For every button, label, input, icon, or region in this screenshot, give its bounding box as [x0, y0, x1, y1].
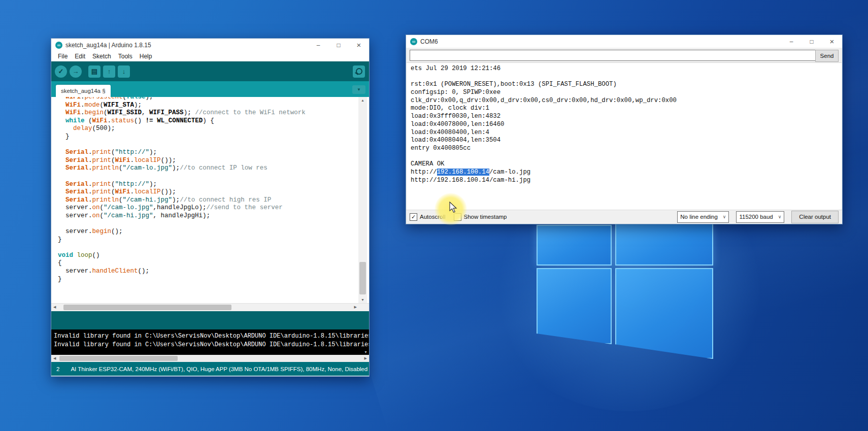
tab-list-button[interactable]: ▼	[352, 85, 365, 94]
windows-logo-pane	[615, 223, 713, 266]
ide-status-band	[51, 311, 369, 329]
text-line: Serial.print("http://");	[58, 149, 358, 157]
text-line: server.begin();	[58, 228, 358, 236]
serial-minimize-button[interactable]: –	[781, 35, 802, 48]
console-output: Invalid library found in C:\Users\Servis…	[54, 332, 362, 349]
console-horizontal-scrollbar[interactable]: ◀ ▶	[51, 355, 369, 362]
scroll-left-icon[interactable]: ◀	[53, 305, 56, 309]
open-button[interactable]: ↑	[103, 65, 115, 78]
text-line: delay(500);	[58, 125, 358, 133]
serial-titlebar[interactable]: ∞ COM6 – □ ×	[406, 35, 842, 48]
text-line: WiFi.persistent(false);	[58, 97, 358, 102]
new-sketch-icon: ▤	[91, 68, 97, 75]
text-line	[411, 73, 677, 81]
menu-tools[interactable]: Tools	[115, 53, 136, 60]
serial-send-row: Send	[406, 48, 842, 62]
scroll-left-icon[interactable]: ◀	[53, 356, 56, 360]
arduino-ide-window: ∞ sketch_aug14a | Arduino 1.8.15 – □ × F…	[51, 38, 370, 377]
upload-button[interactable]: →	[70, 65, 82, 78]
serial-monitor-window: ∞ COM6 – □ × Send ets Jul 29 2019 12:21:…	[406, 35, 843, 224]
text-line: {	[58, 259, 358, 268]
sketch-tab[interactable]: sketch_aug14a §	[56, 85, 111, 97]
chevron-down-icon: ∨	[778, 214, 782, 219]
text-line: Serial.print(WiFi.localIP());	[58, 157, 358, 165]
scroll-up-icon[interactable]: ▲	[358, 98, 367, 102]
editor-hscroll-thumb[interactable]	[63, 305, 231, 310]
serial-output-area[interactable]: ets Jul 29 2019 12:21:46 rst:0x1 (POWERO…	[407, 62, 842, 210]
arduino-app-icon: ∞	[410, 38, 417, 45]
console-hscroll-thumb[interactable]	[59, 356, 178, 361]
text-line: }	[58, 276, 358, 284]
editor-vscroll-thumb[interactable]	[359, 262, 366, 294]
text-line	[58, 173, 358, 181]
baud-rate-select[interactable]: 115200 baud ∨	[736, 211, 784, 223]
save-button[interactable]: ↓	[118, 65, 130, 78]
text-line: load:0x40080400,len:4	[411, 129, 677, 137]
ide-tabbar: sketch_aug14a § ▼	[51, 81, 369, 97]
editor-vertical-scrollbar[interactable]: ▲ ▼	[358, 97, 367, 303]
text-line: while (WiFi.status() != WL_CONNECTED) {	[58, 117, 358, 125]
menu-edit[interactable]: Edit	[71, 53, 89, 60]
clear-output-button[interactable]: Clear output	[791, 211, 839, 223]
menu-sketch[interactable]: Sketch	[89, 53, 115, 60]
ide-statusbar: 2 AI Thinker ESP32-CAM, 240MHz (WiFi/BT)…	[51, 362, 369, 376]
ide-close-button[interactable]: ×	[349, 39, 369, 51]
ide-toolbar: ✓ → ▤ ↑ ↓	[51, 61, 369, 81]
verify-button[interactable]: ✓	[55, 65, 67, 78]
autoscroll-checkbox[interactable]: ✓	[410, 213, 417, 221]
text-line: http://192.168.100.14/cam-lo.jpg	[411, 169, 677, 177]
cursor-line-number: 2	[56, 366, 59, 372]
text-line: server.on("/cam-hi.jpg", handleJpgHi);	[58, 212, 358, 220]
text-line	[58, 220, 358, 228]
open-icon: ↑	[108, 68, 111, 75]
ide-maximize-button[interactable]: □	[328, 39, 349, 51]
text-line: load:0x40080404,len:3504	[411, 137, 677, 145]
windows-logo-pane	[537, 268, 612, 344]
ide-titlebar[interactable]: ∞ sketch_aug14a | Arduino 1.8.15 – □ ×	[51, 39, 369, 51]
screen: ∞ sketch_aug14a | Arduino 1.8.15 – □ × F…	[0, 0, 868, 431]
text-line: http://192.168.100.14/cam-hi.jpg	[411, 177, 677, 185]
text-line	[411, 153, 677, 161]
scroll-right-icon[interactable]: ▶	[364, 356, 367, 360]
serial-input[interactable]	[410, 50, 817, 61]
text-line: Invalid library found in C:\Users\Servis…	[54, 332, 362, 341]
text-line: load:0x40078000,len:16460	[411, 121, 677, 129]
serial-window-title: COM6	[420, 38, 438, 45]
baud-rate-value: 115200 baud	[739, 214, 773, 220]
serial-maximize-button[interactable]: □	[802, 35, 822, 48]
text-line: Serial.println("/cam-hi.jpg");//to conne…	[58, 196, 358, 205]
text-line: ets Jul 29 2019 12:21:46	[411, 65, 677, 73]
text-line: load:0x3fff0030,len:4832	[411, 113, 677, 121]
scroll-down-icon[interactable]: ▼	[358, 298, 367, 302]
editor-horizontal-scrollbar[interactable]: ◀ ▶	[51, 303, 369, 311]
text-line: Serial.print("http://");	[58, 181, 358, 189]
menu-file[interactable]: File	[54, 53, 71, 60]
line-ending-value: No line ending	[680, 214, 718, 220]
menu-help[interactable]: Help	[136, 53, 156, 60]
text-line: }	[58, 133, 358, 141]
show-timestamp-label: Show timestamp	[464, 214, 507, 220]
windows-logo-pane	[537, 225, 612, 266]
code-editor[interactable]: WiFi.persistent(false); WiFi.mode(WIFI_S…	[51, 97, 369, 303]
code-area[interactable]: WiFi.persistent(false); WiFi.mode(WIFI_S…	[58, 97, 358, 283]
ide-minimize-button[interactable]: –	[308, 39, 328, 51]
ide-console[interactable]: Invalid library found in C:\Users\Servis…	[51, 329, 369, 355]
windows-logo-pane	[615, 268, 713, 359]
chevron-down-icon: ∨	[723, 214, 726, 219]
serial-footer: ✓ Autoscroll Show timestamp No line endi…	[406, 210, 842, 223]
text-line: Invalid library found in C:\Users\Servis…	[54, 341, 362, 349]
scroll-right-icon[interactable]: ▶	[354, 305, 357, 309]
arduino-app-icon: ∞	[55, 42, 62, 49]
text-line: clk_drv:0x00,q_drv:0x00,d_drv:0x00,cs0_d…	[411, 97, 677, 105]
text-line	[58, 244, 358, 252]
serial-close-button[interactable]: ×	[822, 35, 842, 48]
scroll-down-icon[interactable]: ▼	[364, 350, 368, 354]
chevron-down-icon: ▼	[357, 87, 361, 92]
new-sketch-button[interactable]: ▤	[88, 65, 101, 78]
text-line: rst:0x1 (POWERON_RESET),boot:0x13 (SPI_F…	[411, 81, 677, 89]
serial-monitor-button[interactable]	[353, 65, 365, 78]
ide-menubar: File Edit Sketch Tools Help	[51, 51, 369, 61]
line-ending-select[interactable]: No line ending ∨	[677, 211, 729, 223]
verify-icon: ✓	[58, 68, 64, 75]
send-button[interactable]: Send	[815, 50, 839, 62]
